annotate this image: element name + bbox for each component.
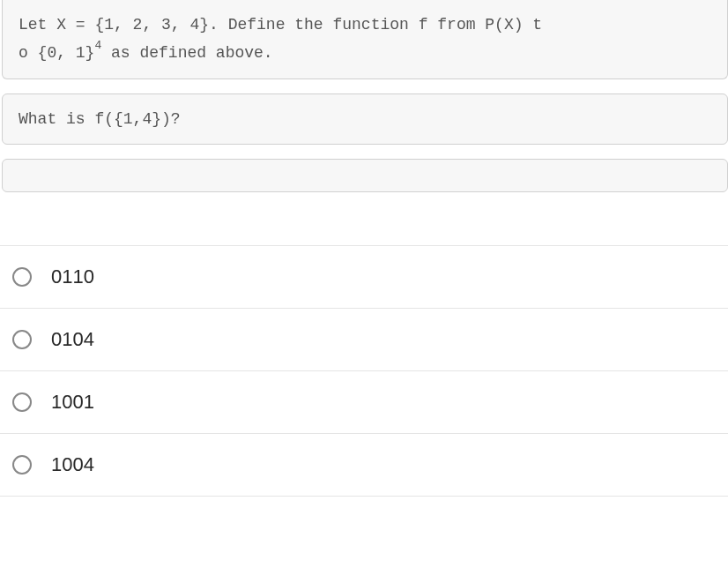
radio-icon[interactable]: [12, 267, 32, 287]
context-text-2b: as defined above.: [101, 44, 272, 62]
option-label: 0104: [51, 328, 94, 351]
option-label: 0110: [51, 265, 94, 288]
option-row-2[interactable]: 1001: [0, 371, 728, 434]
option-row-3[interactable]: 1004: [0, 434, 728, 497]
radio-icon[interactable]: [12, 330, 32, 349]
context-text-2a: o {0, 1}: [19, 44, 94, 62]
options-list: 0110 0104 1001 1004: [0, 245, 728, 497]
context-text-1: Let X = {1, 2, 3, 4}. Define the functio…: [19, 16, 542, 34]
empty-block: [2, 159, 728, 192]
radio-icon[interactable]: [12, 455, 32, 475]
option-row-1[interactable]: 0104: [0, 309, 728, 371]
option-label: 1001: [51, 391, 94, 414]
question-block: What is f({1,4})?: [2, 93, 728, 145]
context-block: Let X = {1, 2, 3, 4}. Define the functio…: [2, 0, 728, 79]
radio-icon[interactable]: [12, 392, 32, 412]
option-row-0[interactable]: 0110: [0, 246, 728, 309]
question-text: What is f({1,4})?: [19, 105, 711, 133]
option-label: 1004: [51, 453, 94, 476]
context-line-1: Let X = {1, 2, 3, 4}. Define the functio…: [19, 11, 711, 39]
context-line-2: o {0, 1}4 as defined above.: [19, 39, 711, 67]
context-superscript: 4: [94, 39, 101, 52]
